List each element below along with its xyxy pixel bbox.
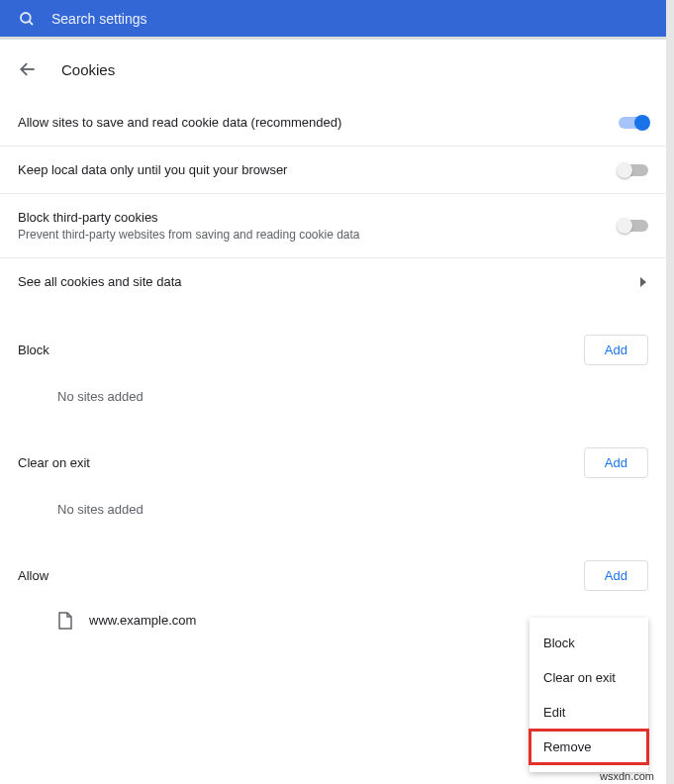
site-url: www.example.com bbox=[89, 613, 196, 628]
block-empty-message: No sites added bbox=[0, 375, 666, 418]
search-icon bbox=[18, 10, 36, 28]
context-menu: Block Clear on exit Edit Remove bbox=[530, 618, 648, 772]
section-block: Block Add bbox=[0, 305, 666, 375]
toggle-block-third-party[interactable] bbox=[619, 220, 648, 232]
back-arrow-icon[interactable] bbox=[18, 59, 38, 79]
menu-clear-on-exit[interactable]: Clear on exit bbox=[530, 660, 648, 695]
add-block-button[interactable]: Add bbox=[584, 335, 648, 365]
row-label: See all cookies and site data bbox=[18, 274, 640, 289]
row-block-third-party[interactable]: Block third-party cookies Prevent third-… bbox=[0, 194, 666, 258]
row-sublabel: Prevent third-party websites from saving… bbox=[18, 228, 619, 242]
section-clear-on-exit: Clear on exit Add bbox=[0, 418, 666, 488]
menu-edit[interactable]: Edit bbox=[530, 695, 648, 730]
row-label: Allow sites to save and read cookie data… bbox=[18, 115, 619, 130]
section-title: Clear on exit bbox=[18, 455, 90, 470]
page-title: Cookies bbox=[61, 61, 115, 78]
menu-block[interactable]: Block bbox=[530, 626, 648, 660]
row-label: Block third-party cookies bbox=[18, 210, 619, 225]
row-see-all-cookies[interactable]: See all cookies and site data bbox=[0, 258, 666, 305]
menu-remove[interactable]: Remove bbox=[530, 730, 648, 764]
svg-point-0 bbox=[21, 13, 31, 23]
add-allow-button[interactable]: Add bbox=[584, 560, 648, 591]
toggle-keep-local[interactable] bbox=[619, 164, 648, 176]
search-input[interactable] bbox=[51, 11, 648, 27]
section-allow: Allow Add bbox=[0, 531, 666, 601]
svg-line-1 bbox=[29, 21, 33, 25]
file-icon bbox=[57, 612, 73, 630]
section-title: Block bbox=[18, 343, 49, 357]
row-label: Keep local data only until you quit your… bbox=[18, 162, 619, 177]
svg-marker-3 bbox=[640, 277, 646, 287]
watermark: wsxdn.com bbox=[600, 770, 654, 782]
settings-list: Allow sites to save and read cookie data… bbox=[0, 89, 666, 639]
row-keep-local[interactable]: Keep local data only until you quit your… bbox=[0, 147, 666, 194]
row-allow-cookies[interactable]: Allow sites to save and read cookie data… bbox=[0, 99, 666, 147]
clear-empty-message: No sites added bbox=[0, 488, 666, 531]
toggle-allow-cookies[interactable] bbox=[619, 117, 648, 129]
chevron-right-icon bbox=[640, 277, 648, 287]
page-header: Cookies bbox=[0, 40, 666, 89]
search-bar bbox=[0, 0, 666, 40]
add-clear-button[interactable]: Add bbox=[584, 447, 648, 478]
section-title: Allow bbox=[18, 568, 48, 583]
